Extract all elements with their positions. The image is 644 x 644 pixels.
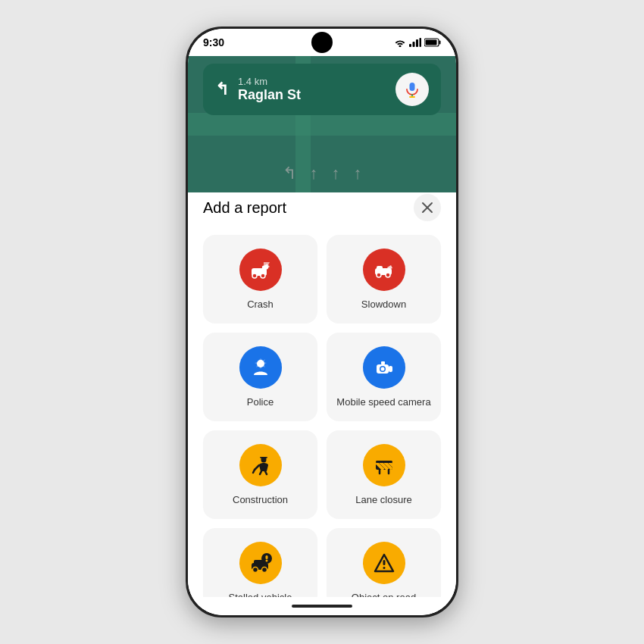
camera-icon-circle xyxy=(363,346,405,389)
signal-icon xyxy=(409,38,421,47)
map-area: ↰ 1.4 km Raglan St ↰ ↑ ↑ xyxy=(188,56,456,192)
svg-point-15 xyxy=(261,274,265,278)
report-item-slowdown[interactable]: Slowdown xyxy=(327,235,441,324)
svg-point-51 xyxy=(383,567,385,569)
bottom-sheet: Add a report xyxy=(188,179,456,597)
lane-closure-icon xyxy=(372,453,396,477)
phone-frame: 9:30 xyxy=(186,27,458,617)
slowdown-label: Slowdown xyxy=(361,299,406,311)
sheet-title: Add a report xyxy=(203,199,286,217)
crash-label: Crash xyxy=(247,299,274,311)
crash-icon-circle xyxy=(239,249,282,291)
svg-point-45 xyxy=(252,567,258,572)
nav-distance: 1.4 km xyxy=(238,76,386,87)
camera-icon xyxy=(372,355,396,380)
lane-closure-label: Lane closure xyxy=(355,494,411,507)
construction-icon xyxy=(249,453,273,477)
svg-rect-25 xyxy=(389,366,392,372)
lane-icon-circle xyxy=(363,444,405,486)
report-item-crash[interactable]: Crash xyxy=(203,235,317,324)
object-on-road-icon xyxy=(372,551,396,575)
slowdown-icon-circle xyxy=(363,249,405,291)
svg-rect-26 xyxy=(381,361,385,364)
police-icon xyxy=(249,355,273,380)
svg-rect-6 xyxy=(426,40,437,45)
report-item-mobile-speed-camera[interactable]: Mobile speed camera xyxy=(327,333,441,421)
navigation-bar: ↰ 1.4 km Raglan St xyxy=(203,64,441,115)
home-indicator[interactable] xyxy=(188,597,456,615)
home-bar xyxy=(292,605,352,608)
nav-street: Raglan St xyxy=(238,87,386,103)
police-label: Police xyxy=(247,396,274,409)
svg-rect-3 xyxy=(420,38,422,47)
sheet-header: Add a report xyxy=(203,194,441,221)
mic-icon xyxy=(404,81,420,98)
svg-point-20 xyxy=(386,273,390,277)
nav-info: 1.4 km Raglan St xyxy=(238,76,386,103)
report-item-object-on-road[interactable]: Object on road xyxy=(327,528,441,597)
svg-line-32 xyxy=(260,471,261,474)
svg-rect-0 xyxy=(409,44,411,47)
svg-rect-50 xyxy=(383,560,385,565)
slowdown-icon xyxy=(372,258,396,282)
straight-arrow-3: ↑ xyxy=(354,164,362,183)
stalled-icon-circle xyxy=(239,542,282,584)
svg-rect-1 xyxy=(413,42,415,47)
construction-icon-circle xyxy=(239,444,282,486)
svg-point-24 xyxy=(380,367,384,370)
svg-rect-48 xyxy=(265,555,267,559)
svg-rect-5 xyxy=(439,41,441,45)
svg-rect-29 xyxy=(260,457,267,458)
svg-rect-2 xyxy=(416,39,418,47)
camera-label: Mobile speed camera xyxy=(336,396,430,409)
phone-screen: 9:30 xyxy=(188,29,456,615)
report-grid: Crash Slowdown xyxy=(203,235,441,597)
straight-arrow-2: ↑ xyxy=(332,164,340,183)
object-on-road-label: Object on road xyxy=(352,592,416,597)
svg-point-14 xyxy=(252,274,257,278)
battery-icon xyxy=(424,38,441,47)
svg-point-49 xyxy=(265,559,267,561)
svg-line-31 xyxy=(253,470,255,473)
map-direction-arrows: ↰ ↑ ↑ ↑ xyxy=(283,164,362,183)
construction-label: Construction xyxy=(233,494,288,507)
svg-line-30 xyxy=(255,465,259,470)
report-item-lane-closure[interactable]: Lane closure xyxy=(327,430,441,519)
svg-rect-42 xyxy=(376,461,392,463)
stalled-vehicle-icon xyxy=(249,551,273,575)
nav-turn-arrow: ↰ xyxy=(215,80,229,99)
status-time: 9:30 xyxy=(203,36,224,48)
status-bar: 9:30 xyxy=(188,29,456,56)
svg-rect-7 xyxy=(410,83,415,91)
svg-point-19 xyxy=(377,273,381,277)
wifi-icon xyxy=(394,38,406,47)
report-item-construction[interactable]: Construction xyxy=(203,430,317,519)
report-item-stalled-vehicle[interactable]: Stalled vehicle xyxy=(203,528,317,597)
status-icons xyxy=(394,38,441,47)
svg-line-33 xyxy=(265,471,267,474)
svg-rect-18 xyxy=(377,266,383,270)
crash-icon xyxy=(249,258,273,282)
mic-button[interactable] xyxy=(395,73,429,106)
turn-left-arrow: ↰ xyxy=(283,164,296,183)
stalled-vehicle-label: Stalled vehicle xyxy=(229,592,292,597)
straight-arrow-1: ↑ xyxy=(310,164,318,183)
close-icon xyxy=(421,202,433,214)
camera-notch xyxy=(311,32,333,53)
object-icon-circle xyxy=(363,542,405,584)
report-item-police[interactable]: Police xyxy=(203,333,317,421)
svg-point-46 xyxy=(261,567,267,572)
close-button[interactable] xyxy=(414,194,441,221)
police-icon-circle xyxy=(239,346,282,389)
